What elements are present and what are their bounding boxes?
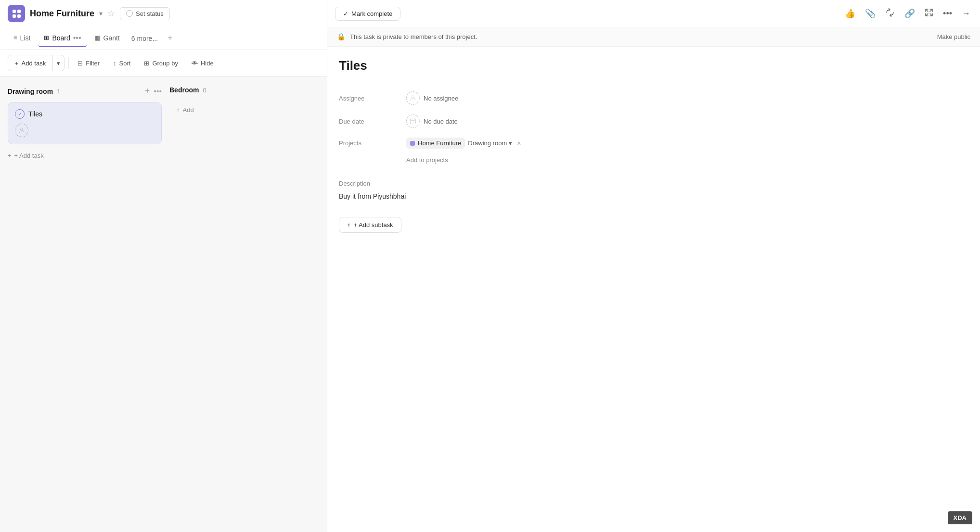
close-panel-button[interactable]: → (960, 7, 972, 21)
calendar-icon (406, 114, 420, 128)
due-date-value[interactable]: No due date (406, 114, 458, 128)
group-icon: ⊞ (144, 60, 149, 67)
add-task-bottom-drawing-room[interactable]: + + Add task (8, 149, 162, 162)
assignee-value[interactable]: No assignee (406, 91, 458, 105)
right-panel-body: Tiles Assignee No assignee Due date (327, 47, 980, 532)
tab-gantt[interactable]: ▦ Gantt (89, 30, 126, 47)
remove-project-button[interactable]: × (517, 139, 521, 147)
more-options-button[interactable]: ••• (941, 7, 954, 21)
sort-button[interactable]: ↕ Sort (108, 57, 135, 70)
column-more-drawing-room[interactable]: ••• (154, 87, 162, 96)
app-logo (8, 5, 25, 22)
make-public-button[interactable]: Make public (937, 33, 970, 40)
task-check-icon[interactable]: ✓ (15, 109, 25, 119)
link-button[interactable]: 🔗 (903, 6, 917, 21)
board-content: Drawing room 1 + ••• ✓ Tiles (0, 76, 327, 532)
checkmark-icon: ✓ (343, 10, 348, 17)
column-bedroom: Bedroom 0 + Add (169, 86, 323, 120)
privacy-notice-text: This task is private to members of this … (350, 33, 932, 40)
add-task-button[interactable]: + Add task (8, 56, 52, 70)
column-count-bedroom: 0 (203, 87, 206, 94)
task-card-header: ✓ Tiles (15, 109, 155, 119)
column-title-bedroom: Bedroom (169, 86, 199, 94)
assignee-label: Assignee (339, 95, 406, 102)
add-task-dropdown-button[interactable]: ▾ (53, 57, 64, 70)
filter-icon: ⊟ (77, 60, 83, 67)
task-avatar (15, 124, 28, 137)
toolbar: + Add task ▾ ⊟ Filter ↕ Sort ⊞ Group by … (0, 50, 327, 76)
svg-point-0 (21, 128, 23, 130)
add-icon: + (15, 60, 19, 67)
svg-point-1 (412, 96, 414, 98)
due-date-row: Due date No due date (339, 110, 968, 133)
task-card-title: Tiles (28, 110, 42, 118)
column-header-bedroom: Bedroom 0 (169, 86, 323, 94)
projects-label: Projects (339, 139, 406, 147)
list-icon: ≡ (13, 34, 17, 41)
board-icon: ⊞ (44, 34, 49, 41)
project-name: Home Furniture (418, 139, 461, 147)
mark-complete-label: Mark complete (351, 10, 392, 17)
project-title: Home Furniture (30, 9, 94, 19)
drawing-room-text: Drawing room (468, 139, 507, 147)
project-chevron-icon[interactable]: ▾ (99, 10, 103, 17)
tab-bar: ≡ List ⊞ Board ••• ▦ Gantt 6 more... + (0, 27, 327, 50)
mark-complete-button[interactable]: ✓ Mark complete (335, 7, 400, 21)
task-detail-title: Tiles (339, 58, 968, 73)
add-bottom-icon: + (8, 152, 12, 159)
svg-rect-2 (411, 119, 416, 124)
board-tab-more-icon[interactable]: ••• (73, 34, 81, 42)
project-star-icon[interactable]: ☆ (107, 8, 115, 19)
right-panel: 🔒 This task is private to members of thi… (327, 27, 980, 532)
due-date-text: No due date (424, 118, 458, 125)
tab-more[interactable]: 6 more... (128, 31, 162, 46)
sort-icon: ↕ (113, 60, 116, 67)
drawing-room-dropdown[interactable]: Drawing room ▾ (468, 139, 512, 147)
projects-row: Projects Home Furniture Drawing room ▾ × (339, 133, 968, 170)
set-status-button[interactable]: Set status (120, 7, 170, 20)
dropdown-chevron-icon: ▾ (509, 139, 512, 147)
expand-button[interactable] (923, 6, 935, 21)
xda-watermark: XDA (948, 511, 972, 524)
add-task-bedroom[interactable]: + Add (169, 100, 323, 120)
thumbsup-button[interactable]: 👍 (843, 6, 857, 21)
add-to-projects-button[interactable]: Add to projects (406, 154, 448, 165)
hide-button[interactable]: 👁 Hide (187, 57, 219, 70)
hide-icon: 👁 (192, 60, 198, 67)
description-text[interactable]: Buy it from Piyushbhai (339, 191, 968, 202)
add-bedroom-icon: + (176, 106, 180, 114)
paperclip-button[interactable]: 📎 (863, 6, 877, 21)
share-button[interactable] (883, 6, 897, 22)
filter-button[interactable]: ⊟ Filter (73, 57, 104, 70)
assignee-avatar (406, 91, 420, 105)
add-subtask-icon: + (347, 221, 351, 228)
add-subtask-label: + Add subtask (354, 221, 393, 228)
due-date-label: Due date (339, 118, 406, 125)
add-subtask-button[interactable]: + + Add subtask (339, 217, 401, 233)
description-label: Description (339, 180, 968, 187)
column-header-drawing-room: Drawing room 1 + ••• (8, 86, 162, 96)
status-circle-icon (126, 10, 133, 17)
tab-board[interactable]: ⊞ Board ••• (38, 30, 87, 47)
column-drawing-room: Drawing room 1 + ••• ✓ Tiles (8, 86, 162, 162)
lock-icon: 🔒 (337, 33, 345, 40)
column-add-drawing-room[interactable]: + (145, 86, 150, 96)
column-count-drawing-room: 1 (57, 88, 60, 95)
assignee-text: No assignee (424, 95, 458, 102)
task-card-tiles[interactable]: ✓ Tiles (8, 102, 162, 144)
column-title-drawing-room: Drawing room (8, 88, 53, 95)
privacy-notice: 🔒 This task is private to members of thi… (327, 27, 980, 47)
description-section: Description Buy it from Piyushbhai (339, 180, 968, 202)
tab-list[interactable]: ≡ List (8, 30, 36, 47)
gantt-icon: ▦ (95, 34, 101, 41)
project-tag[interactable]: Home Furniture (406, 138, 465, 149)
set-status-label: Set status (136, 10, 164, 17)
tab-add-button[interactable]: + (164, 31, 177, 45)
group-by-button[interactable]: ⊞ Group by (139, 57, 182, 70)
assignee-row: Assignee No assignee (339, 87, 968, 110)
project-color-dot (410, 141, 415, 146)
logo-dots (13, 10, 21, 18)
